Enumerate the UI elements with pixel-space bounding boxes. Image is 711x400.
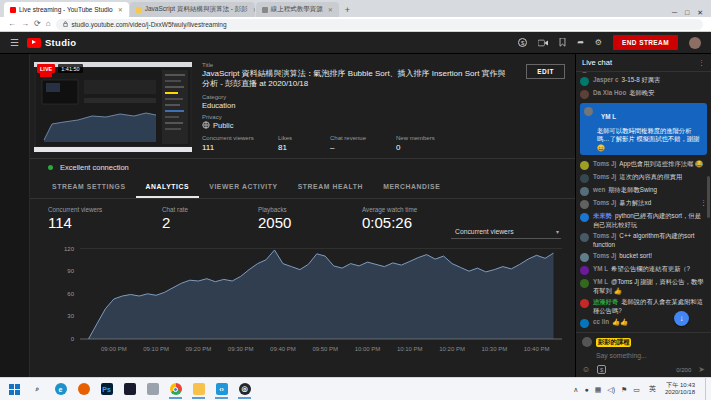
account-avatar[interactable] (689, 37, 701, 49)
chat-message-body: YM L希望公告欄的連結有更新（? (593, 265, 690, 274)
chat-message[interactable]: Toms Jj暴力解法xd⋮ (580, 199, 707, 209)
tab-label: Live streaming - YouTube Studio (19, 6, 113, 13)
tab-label: JavaScript 資料結構與演算法 - 彭彭 (145, 5, 248, 14)
tab-stream-health[interactable]: STREAM HEALTH (288, 176, 373, 198)
message-kebab-icon[interactable]: ⋮ (700, 199, 707, 207)
privacy-label: Privacy (202, 114, 567, 120)
metric-value: 114 (48, 214, 162, 231)
chat-message[interactable]: YM L希望公告欄的連結有更新（? (580, 265, 707, 275)
tab-viewer-activity[interactable]: VIEWER ACTIVITY (199, 176, 287, 198)
monetization-icon[interactable]: $ (518, 38, 527, 47)
end-stream-button[interactable]: END STREAM (613, 35, 678, 50)
stream-stat: New members0 (396, 135, 462, 152)
edge-icon: e (55, 383, 67, 395)
tab-merchandise[interactable]: MERCHANDISE (373, 176, 450, 198)
tray-icon[interactable]: ◁) (607, 386, 615, 393)
browser-tab[interactable]: Live streaming - YouTube Studio✕ (4, 2, 129, 17)
tab-favicon-icon (136, 7, 142, 13)
chat-message[interactable]: Jasper c3-15-8 好厲害 (580, 76, 707, 86)
feedback-icon[interactable] (559, 38, 566, 47)
home-icon[interactable]: ⌂ (46, 20, 51, 28)
svg-text:09:00 PM: 09:00 PM (101, 346, 127, 352)
url-text: studio.youtube.com/video/j-DxxW5fwuly/li… (72, 21, 227, 28)
tab-close-icon[interactable]: ✕ (328, 6, 333, 13)
tray-icon[interactable]: ▦ (595, 386, 602, 393)
svg-text:10:40 PM: 10:40 PM (524, 346, 550, 352)
send-icon[interactable]: ➤ (698, 365, 705, 374)
tray-icon[interactable]: ⚑ (621, 386, 627, 393)
taskbar-search-icon[interactable]: ⌕ (29, 380, 46, 399)
browser-toolbar: ← → ⟳ ⌂ studio.youtube.com/video/j-DxxW5… (0, 17, 711, 32)
chat-message[interactable]: wen期待老師教Swing (580, 186, 707, 196)
share-icon[interactable]: ➦ (577, 39, 584, 47)
metric-label: Playbacks (258, 206, 362, 213)
chart-metric-dropdown[interactable]: Concurrent viewers ▾ (451, 226, 561, 239)
forward-icon[interactable]: → (21, 20, 29, 28)
taskbar-media-app-icon[interactable] (121, 380, 138, 399)
tray-icon[interactable]: ▭ (633, 386, 640, 393)
browser-tab[interactable]: 線上程式教學資源✕ (256, 2, 339, 17)
studio-logo[interactable]: Studio (27, 37, 76, 48)
chat-message[interactable]: Toms Jj這次的內容真的很實用 (580, 173, 707, 183)
taskbar-firefox-icon[interactable] (75, 380, 92, 399)
tab-favicon-icon (262, 7, 268, 13)
window-control-icon[interactable]: ─ (672, 9, 677, 17)
edit-button[interactable]: EDIT (526, 64, 565, 79)
live-chat-title: Live chat (582, 58, 612, 67)
chat-message[interactable]: 未來勢python已經有內建的sort，但是自己寫比較好玩 (580, 212, 707, 229)
taskbar-start-icon[interactable] (6, 380, 23, 399)
superchat-message[interactable]: YM L老師可以教時間複雜度的進階分析嗎…了解影片 模擬面試也不錯，謝謝 😄 (580, 103, 707, 155)
settings-gear-icon[interactable]: ⚙ (595, 39, 602, 47)
tab-analytics[interactable]: ANALYTICS (136, 176, 200, 198)
concurrent-viewers-chart: 030609012009:00 PM09:10 PM09:20 PM09:30 … (40, 233, 568, 357)
taskbar-chrome-icon[interactable] (167, 380, 184, 399)
window-control-icon[interactable]: □ (685, 9, 689, 17)
obs-icon: ◎ (239, 383, 251, 395)
chat-scrollbar[interactable] (707, 176, 710, 218)
show-desktop-button[interactable] (705, 378, 709, 400)
start-icon (9, 384, 20, 395)
chat-message[interactable]: YM L@Toms Jj 謝謝，資料公告，教學有幫到 👍 (580, 278, 707, 295)
taskbar-photoshop-icon[interactable]: Ps (98, 380, 115, 399)
taskbar-vscode-icon[interactable]: ‹› (213, 380, 230, 399)
scroll-to-bottom-button[interactable]: ↓ (674, 311, 689, 326)
chat-menu-kebab-icon[interactable]: ⋮ (698, 59, 705, 67)
new-tab-button[interactable]: + (345, 5, 350, 15)
emoji-icon[interactable]: ☺ (582, 366, 590, 374)
chat-message[interactable]: Toms JjC++ algorithm有內建的sort function (580, 232, 707, 249)
tab-stream-settings[interactable]: STREAM SETTINGS (42, 176, 136, 198)
create-video-icon[interactable] (538, 39, 548, 47)
superchat-dollar-icon[interactable]: $ (597, 365, 606, 374)
vscode-icon: ‹› (216, 383, 228, 395)
chat-message[interactable]: Toms Jjbucket sort! (580, 252, 707, 262)
address-bar[interactable]: studio.youtube.com/video/j-DxxW5fwuly/li… (56, 19, 703, 30)
chat-avatar (580, 200, 589, 209)
window-control-icon[interactable]: ✕ (697, 9, 703, 17)
taskbar-edge-icon[interactable]: e (52, 380, 69, 399)
browser-tab[interactable]: JavaScript 資料結構與演算法 - 彭彭✕ (130, 2, 255, 17)
ime-indicator[interactable]: 英 (646, 382, 659, 396)
chat-message[interactable]: Da Xia Hoo老師晚安 (580, 89, 707, 99)
chat-message[interactable]: Toms Jj有推薦好上手的export程式嗎 (580, 72, 707, 73)
back-icon[interactable]: ← (8, 20, 16, 28)
chat-message[interactable]: 迫湊好奇老師說的有人會在某處附和這種公告嗎? (580, 298, 707, 315)
taskbar-system-app-icon[interactable] (144, 380, 161, 399)
tab-close-icon[interactable]: ✕ (253, 6, 255, 13)
menu-icon[interactable]: ☰ (10, 37, 19, 48)
taskbar-clock[interactable]: 下午 10:43 2020/10/18 (665, 382, 699, 397)
tray-icon[interactable]: ∧ (573, 386, 578, 393)
chat-message-text: 👍👍 (612, 318, 628, 325)
svg-text:09:10 PM: 09:10 PM (143, 346, 169, 352)
taskbar-obs-icon[interactable]: ◎ (236, 380, 253, 399)
chat-message-body: Toms Jjbucket sort! (593, 252, 652, 261)
studio-header: ☰ Studio $ ➦ ⚙ END STREAM (0, 32, 711, 54)
tray-icon[interactable]: ● (584, 386, 588, 393)
chat-message[interactable]: Toms JjApp也會用到這些排序法喔 😂 (580, 160, 707, 170)
reload-icon[interactable]: ⟳ (34, 20, 41, 28)
char-counter: 0/200 (676, 367, 691, 373)
stream-preview-player[interactable]: LIVE 1:41:50 (34, 62, 192, 152)
chat-text-input[interactable]: Say something... (596, 352, 705, 359)
tab-close-icon[interactable]: ✕ (118, 6, 123, 13)
taskbar-file-explorer-icon[interactable] (190, 380, 207, 399)
search-icon: ⌕ (32, 383, 44, 395)
